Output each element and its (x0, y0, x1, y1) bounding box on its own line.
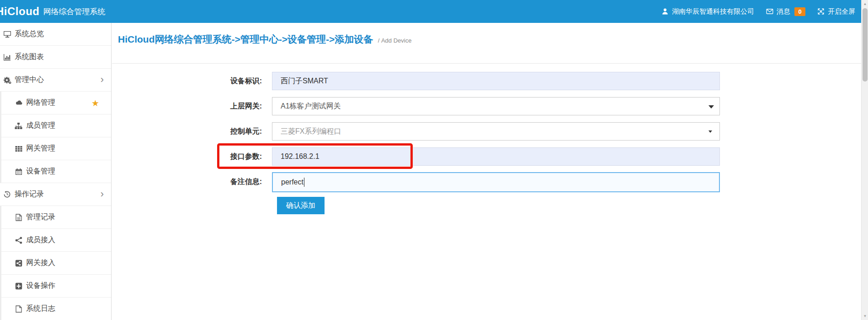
breadcrumb-suffix: / Add Device (378, 37, 412, 44)
plus-square-icon (14, 282, 23, 290)
calendar-icon (14, 167, 23, 176)
breadcrumb: HiCloud网络综合管理系统->管理中心->设备管理->添加设备 / Add … (118, 33, 411, 46)
app-window: HiCloud 网络综合管理系统 湖南华辰智通科技有限公司 消息 0 (0, 0, 868, 320)
sidebar-item-label: 成员管理 (26, 121, 55, 130)
caret-down-icon (708, 130, 712, 133)
company-name: 湖南华辰智通科技有限公司 (672, 7, 754, 16)
messages-count-badge: 0 (794, 7, 805, 16)
upper-gateway-label: 上层网关: (112, 97, 262, 116)
sitemap-icon (14, 121, 23, 130)
caret-down-icon (708, 105, 714, 108)
chevron-right-icon: › (101, 189, 104, 199)
form-row-remarks: 备注信息: perfect (112, 172, 720, 191)
confirm-add-button[interactable]: 确认添加 (277, 197, 325, 214)
main-content: HiCloud网络综合管理系统->管理中心->设备管理->添加设备 / Add … (112, 23, 861, 320)
fullscreen-label: 开启全屏 (828, 7, 855, 16)
sidebar-item-admin-center[interactable]: 管理中心 › (0, 69, 111, 92)
logo-text: HiCloud (0, 5, 39, 18)
header-actions: 湖南华辰智通科技有限公司 消息 0 开启全屏 (661, 0, 855, 23)
scroll-up-arrow[interactable]: ▲ (862, 0, 868, 8)
interface-params-input[interactable] (272, 147, 720, 166)
messages-menu[interactable]: 消息 0 (766, 7, 805, 16)
sidebar-item-label: 系统日志 (26, 304, 55, 314)
upper-gateway-select[interactable]: A1栋客户测试网关 (272, 97, 720, 115)
sidebar-item-label: 网络管理 (26, 98, 55, 108)
remarks-label: 备注信息: (112, 172, 262, 191)
bar-chart-icon (3, 53, 11, 61)
share-square-icon (14, 259, 23, 267)
sidebar-item-label: 系统总览 (15, 29, 44, 39)
app-logo[interactable]: HiCloud 网络综合管理系统 (0, 0, 105, 23)
interface-params-label: 接口参数: (112, 147, 262, 166)
text-cursor (304, 178, 305, 187)
fullscreen-icon (817, 8, 825, 15)
form-row-interface-params: 接口参数: (112, 147, 720, 166)
share-icon (14, 236, 23, 244)
vertical-scrollbar[interactable]: ▲ ▼ (861, 0, 868, 320)
scroll-down-arrow[interactable]: ▼ (862, 312, 868, 320)
remarks-input[interactable]: perfect (272, 172, 720, 192)
device-id-label: 设备标识: (112, 71, 262, 91)
control-unit-label: 控制单元: (112, 122, 262, 141)
file-text-icon (14, 213, 23, 222)
sidebar-item-label: 设备操作 (26, 281, 55, 291)
form-row-device-id: 设备标识: (112, 71, 720, 91)
file-icon (14, 304, 23, 313)
sidebar-item-operation-records[interactable]: 操作记录 › (0, 183, 111, 206)
sidebar-item-device-management[interactable]: 设备管理 (0, 160, 111, 183)
control-unit-select[interactable]: 三菱FX系列编程口 (272, 122, 720, 141)
sidebar-item-member-access[interactable]: 成员接入 (0, 229, 111, 252)
sidebar-item-gateway-access[interactable]: 网关接入 (0, 252, 111, 275)
sidebar-item-label: 操作记录 (15, 190, 44, 199)
breadcrumb-path: HiCloud网络综合管理系统->管理中心->设备管理->添加设备 (118, 34, 373, 44)
sidebar-item-label: 管理中心 (15, 75, 44, 85)
scrollbar-thumb[interactable] (863, 8, 868, 81)
control-unit-value: 三菱FX系列编程口 (281, 127, 341, 136)
grid-icon (14, 144, 23, 153)
sidebar-item-label: 网关接入 (26, 258, 55, 268)
messages-label: 消息 (777, 7, 790, 16)
upper-gateway-value: A1栋客户测试网关 (281, 102, 341, 111)
sidebar-item-admin-records[interactable]: 管理记录 (0, 206, 111, 229)
logo-subtitle: 网络综合管理系统 (43, 6, 105, 17)
sidebar-item-member-management[interactable]: 成员管理 (0, 114, 111, 137)
top-navbar: HiCloud 网络综合管理系统 湖南华辰智通科技有限公司 消息 0 (0, 0, 868, 23)
sidebar-item-label: 管理记录 (26, 212, 55, 222)
user-icon (661, 8, 669, 15)
gears-icon (3, 76, 11, 84)
sidebar-item-network-management[interactable]: 网络管理 ★ (0, 92, 111, 114)
sidebar-nav: 系统总览 系统图表 管理中心 › 网络管理 ★ 成员管理 (0, 23, 112, 320)
sidebar-item-label: 成员接入 (26, 235, 55, 245)
account-menu[interactable]: 湖南华辰智通科技有限公司 (661, 7, 754, 16)
star-icon[interactable]: ★ (91, 98, 99, 108)
remarks-value: perfect (281, 178, 304, 186)
form-row-control-unit: 控制单元: 三菱FX系列编程口 (112, 122, 720, 141)
sidebar-item-gateway-management[interactable]: 网关管理 (0, 137, 111, 160)
desktop-icon (3, 30, 11, 38)
content-divider (112, 63, 861, 64)
sidebar-item-label: 设备管理 (26, 167, 55, 176)
sidebar-item-label: 网关管理 (26, 144, 55, 153)
form-row-upper-gateway: 上层网关: A1栋客户测试网关 (112, 97, 720, 116)
history-icon (3, 190, 11, 199)
sidebar-item-system-overview[interactable]: 系统总览 (0, 23, 111, 46)
device-id-input[interactable] (272, 72, 720, 90)
sidebar-item-device-operations[interactable]: 设备操作 (0, 275, 111, 298)
envelope-icon (766, 8, 773, 15)
sidebar-item-system-logs[interactable]: 系统日志 (0, 298, 111, 320)
sidebar-item-label: 系统图表 (15, 52, 44, 62)
fullscreen-toggle[interactable]: 开启全屏 (817, 7, 855, 16)
sidebar-item-system-charts[interactable]: 系统图表 (0, 46, 111, 69)
cloud-icon (14, 98, 23, 107)
chevron-right-icon: › (101, 75, 104, 85)
